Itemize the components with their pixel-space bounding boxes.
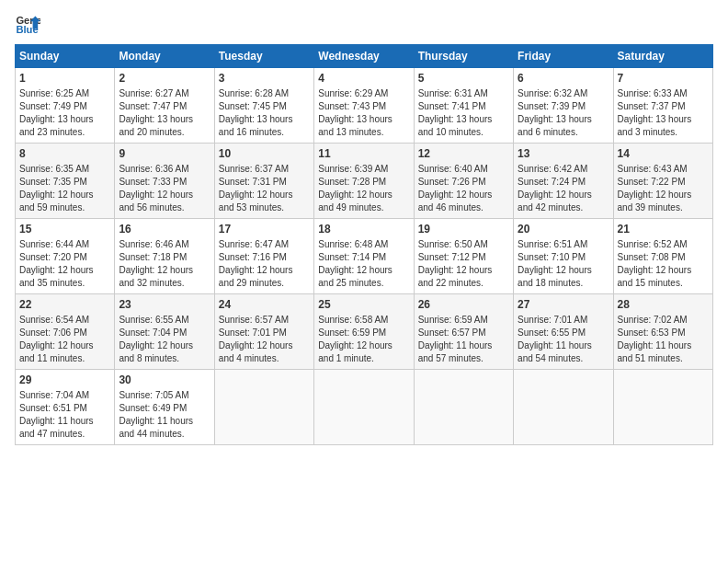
calendar-week-2: 8Sunrise: 6:35 AMSunset: 7:35 PMDaylight… [16,144,713,219]
cell-text: Sunrise: 6:58 AM [318,314,409,327]
cell-text: Sunrise: 6:50 AM [418,238,509,251]
calendar-cell: 2Sunrise: 6:27 AMSunset: 7:47 PMDaylight… [115,68,214,144]
cell-text: and 44 minutes. [119,428,210,441]
cell-text: and 13 minutes. [318,126,409,139]
cell-text: Sunset: 7:22 PM [618,176,709,189]
cell-text: Daylight: 11 hours [418,339,509,352]
calendar-cell [214,370,313,445]
col-header-wednesday: Wednesday [314,45,414,68]
cell-text: Daylight: 13 hours [418,113,509,126]
cell-text: Sunset: 7:20 PM [19,251,110,264]
cell-text: Sunset: 7:45 PM [219,100,310,113]
col-header-tuesday: Tuesday [214,45,313,68]
col-header-friday: Friday [514,45,613,68]
calendar-cell: 3Sunrise: 6:28 AMSunset: 7:45 PMDaylight… [214,68,313,144]
calendar-cell: 1Sunrise: 6:25 AMSunset: 7:49 PMDaylight… [16,68,115,144]
cell-text: Daylight: 12 hours [119,189,210,201]
cell-text: Sunset: 7:35 PM [19,176,110,189]
day-number: 13 [518,146,609,162]
cell-text: Sunrise: 6:39 AM [318,163,409,176]
cell-text: Sunset: 7:47 PM [119,100,210,113]
col-header-sunday: Sunday [16,45,115,68]
calendar-cell: 7Sunrise: 6:33 AMSunset: 7:37 PMDaylight… [613,68,712,144]
calendar-cell: 15Sunrise: 6:44 AMSunset: 7:20 PMDayligh… [16,219,115,294]
cell-text: Sunset: 7:01 PM [219,327,310,339]
cell-text: Sunset: 7:06 PM [19,327,110,339]
cell-text: Daylight: 12 hours [19,339,110,352]
cell-text: and 18 minutes. [518,277,609,290]
cell-text: Daylight: 12 hours [318,189,409,201]
cell-text: Sunset: 7:24 PM [518,176,609,189]
cell-text: Sunrise: 6:57 AM [219,314,310,327]
day-number: 30 [119,373,210,388]
cell-text: Sunrise: 6:33 AM [618,87,709,100]
cell-text: Sunset: 7:08 PM [618,251,709,264]
cell-text: and 10 minutes. [418,126,509,139]
cell-text: and 53 minutes. [219,201,310,214]
cell-text: and 3 minutes. [618,126,709,139]
cell-text: Sunset: 6:59 PM [318,327,409,339]
cell-text: Sunset: 7:33 PM [119,176,210,189]
cell-text: and 35 minutes. [19,277,110,290]
cell-text: Sunset: 7:26 PM [418,176,509,189]
calendar-cell: 9Sunrise: 6:36 AMSunset: 7:33 PMDaylight… [115,144,214,219]
cell-text: Sunrise: 6:54 AM [19,314,110,327]
day-number: 1 [19,71,110,86]
day-number: 18 [318,222,409,237]
calendar-header-row: SundayMondayTuesdayWednesdayThursdayFrid… [16,45,713,68]
cell-text: and 16 minutes. [219,126,310,139]
cell-text: and 29 minutes. [219,277,310,290]
cell-text: Daylight: 12 hours [418,264,509,277]
header: General Blue [15,11,713,37]
cell-text: and 23 minutes. [19,126,110,139]
calendar-cell: 28Sunrise: 7:02 AMSunset: 6:53 PMDayligh… [613,294,712,370]
day-number: 10 [219,146,310,162]
cell-text: Daylight: 12 hours [119,264,210,277]
cell-text: Sunset: 7:04 PM [119,327,210,339]
cell-text: Sunrise: 7:04 AM [19,389,110,402]
col-header-thursday: Thursday [414,45,513,68]
calendar-week-5: 29Sunrise: 7:04 AMSunset: 6:51 PMDayligh… [16,370,713,445]
cell-text: Daylight: 11 hours [119,415,210,428]
col-header-monday: Monday [115,45,214,68]
cell-text: Sunrise: 6:59 AM [418,314,509,327]
cell-text: Sunrise: 6:46 AM [119,238,210,251]
day-number: 14 [618,146,709,162]
cell-text: Sunrise: 6:31 AM [418,87,509,100]
day-number: 9 [119,146,210,162]
day-number: 5 [418,71,509,86]
cell-text: Sunset: 7:43 PM [318,100,409,113]
cell-text: Sunset: 6:49 PM [119,402,210,415]
cell-text: and 20 minutes. [119,126,210,139]
cell-text: and 15 minutes. [618,277,709,290]
cell-text: and 49 minutes. [318,201,409,214]
calendar-cell [613,370,712,445]
cell-text: and 8 minutes. [119,352,210,365]
cell-text: Sunrise: 6:44 AM [19,238,110,251]
cell-text: and 1 minute. [318,352,409,365]
calendar-cell [314,370,414,445]
cell-text: Daylight: 13 hours [219,113,310,126]
cell-text: Sunrise: 6:51 AM [518,238,609,251]
cell-text: and 42 minutes. [518,201,609,214]
cell-text: Sunset: 7:37 PM [618,100,709,113]
day-number: 6 [518,71,609,86]
calendar-cell: 8Sunrise: 6:35 AMSunset: 7:35 PMDaylight… [16,144,115,219]
cell-text: Sunrise: 6:25 AM [19,87,110,100]
cell-text: Sunrise: 6:48 AM [318,238,409,251]
cell-text: Daylight: 13 hours [119,113,210,126]
day-number: 21 [618,222,709,237]
cell-text: Daylight: 12 hours [618,264,709,277]
cell-text: Daylight: 12 hours [219,264,310,277]
col-header-saturday: Saturday [613,45,712,68]
cell-text: Daylight: 12 hours [19,189,110,201]
cell-text: Daylight: 12 hours [318,339,409,352]
cell-text: Sunrise: 6:36 AM [119,163,210,176]
calendar-cell [514,370,613,445]
day-number: 16 [119,222,210,237]
calendar-cell: 4Sunrise: 6:29 AMSunset: 7:43 PMDaylight… [314,68,414,144]
calendar-cell: 16Sunrise: 6:46 AMSunset: 7:18 PMDayligh… [115,219,214,294]
cell-text: Daylight: 13 hours [618,113,709,126]
cell-text: Sunrise: 6:27 AM [119,87,210,100]
cell-text: and 11 minutes. [19,352,110,365]
